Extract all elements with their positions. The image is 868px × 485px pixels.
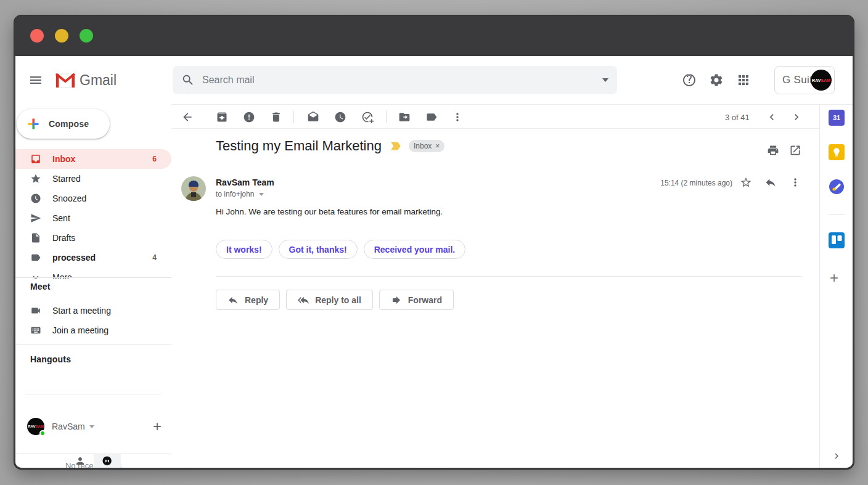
sidebar-item-label: Sent [52,213,70,223]
inbox-label-chip[interactable]: Inbox × [409,140,444,152]
sidebar-divider [15,344,171,344]
email-action-row: Reply Reply to all Forward [216,290,454,310]
search-icon[interactable] [181,73,195,87]
keyboard-icon [30,325,41,336]
email-timestamp: 15:14 (2 minutes ago) [660,179,732,187]
sidebar-item-starred[interactable]: Starred [15,169,171,189]
person-icon [75,455,86,467]
sidebar-item-drafts[interactable]: Drafts [15,228,171,248]
show-details-caret-icon[interactable] [259,193,264,196]
avatar-text-red: SAM [821,78,830,83]
more-options-icon[interactable] [451,111,464,123]
report-spam-icon[interactable] [243,111,255,123]
mark-unread-icon[interactable] [307,111,319,123]
print-icon[interactable] [767,144,779,157]
email-toolbar: 3 of 41 [171,104,821,129]
send-icon [30,213,41,224]
new-conversation-plus-icon[interactable]: + [153,418,162,435]
gmail-logo-icon[interactable] [55,73,76,89]
hide-side-panel-chevron-icon[interactable] [831,450,842,462]
recipient-row[interactable]: to info+john [216,190,264,198]
toolbar-separator [386,111,387,123]
move-to-folder-icon[interactable] [398,111,411,123]
contacts-tab[interactable] [67,454,94,468]
sender-name[interactable]: RavSam Team [216,177,274,187]
zoom-window-button[interactable] [80,29,93,43]
delete-icon[interactable] [270,111,282,123]
inbox-icon [30,153,41,165]
sidebar-item-label: Snoozed [52,194,86,203]
sidebar-item-label: Inbox [52,154,75,164]
compose-button[interactable]: Compose [17,109,110,139]
compose-label: Compose [49,119,89,129]
meet-item-label: Start a meeting [52,306,111,316]
message-more-options-icon[interactable] [789,176,801,189]
important-marker-icon[interactable] [389,139,403,153]
hangouts-account-row[interactable]: RAVSAM RavSam + [27,418,162,435]
help-icon[interactable] [682,73,697,88]
hangouts-divider [25,394,161,394]
minimize-window-button[interactable] [55,29,68,43]
search-input[interactable] [202,75,602,86]
calendar-app-icon[interactable]: 31 [829,110,845,126]
window-titlebar [14,15,854,56]
sidebar-item-processed[interactable]: processed 4 [15,248,171,267]
trello-icon [829,232,845,248]
sidebar-item-label: Starred [52,174,81,184]
archive-icon[interactable] [216,111,228,123]
older-conversation-icon[interactable] [790,111,803,123]
open-in-new-window-icon[interactable] [789,144,801,157]
hangouts-tab[interactable] [94,454,121,468]
toolbar-separator [293,111,294,123]
lightbulb-icon [832,147,841,157]
sidebar-item-inbox[interactable]: Inbox 6 [15,149,171,169]
sidebar-item-label: Drafts [52,233,75,243]
hangouts-section-header: Hangouts [30,354,71,364]
smart-reply-button[interactable]: Received your mail. [364,240,466,259]
reply-all-icon [298,295,309,306]
smart-reply-button[interactable]: It works! [216,240,272,259]
newer-conversation-icon[interactable] [766,111,778,123]
unread-count: 6 [152,155,157,163]
hangouts-account-caret-icon[interactable] [89,425,94,428]
keep-app-icon[interactable] [829,144,845,160]
get-addons-plus-icon[interactable]: + [830,269,838,287]
browser-content: Gmail G Suite RAVSAM [15,56,853,468]
online-status-dot [39,430,46,436]
snooze-icon[interactable] [334,111,346,123]
smart-reply-button[interactable]: Got it, thanks! [279,240,358,259]
add-to-tasks-icon[interactable] [361,111,374,123]
star-message-icon[interactable] [740,176,752,189]
sidebar-item-snoozed[interactable]: Snoozed [15,189,171,208]
tasks-icon [829,179,845,195]
sender-avatar[interactable] [181,176,206,201]
back-to-inbox-icon[interactable] [181,111,194,123]
app-window: Gmail G Suite RAVSAM [14,15,854,470]
avatar-text-white: RAV [812,78,821,83]
gmail-header: Gmail G Suite RAVSAM [15,56,853,104]
join-meeting-item[interactable]: Join a meeting [15,320,171,340]
email-subject: Testing my Email Marketing [216,138,382,154]
google-apps-grid-icon[interactable] [736,73,751,88]
label-tag-icon [30,252,41,263]
reply-icon[interactable] [764,176,777,189]
sidebar-item-sent[interactable]: Sent [15,208,171,228]
reply-icon [227,295,239,306]
label-count: 4 [152,253,157,262]
close-window-button[interactable] [30,29,44,43]
forward-button[interactable]: Forward [379,290,454,310]
settings-gear-icon[interactable] [709,73,724,88]
search-options-icon[interactable] [602,78,608,82]
trello-addon-icon[interactable] [829,232,845,248]
reply-all-button[interactable]: Reply to all [286,290,373,310]
labels-icon[interactable] [425,111,438,123]
forward-icon [391,295,402,306]
account-avatar[interactable]: RAVSAM [811,70,832,91]
side-panel-divider [829,214,845,214]
search-bar[interactable] [173,66,617,94]
remove-label-icon[interactable]: × [435,142,440,150]
tasks-app-icon[interactable] [829,179,845,195]
main-menu-icon[interactable] [28,73,43,88]
reply-button[interactable]: Reply [216,290,280,310]
start-meeting-item[interactable]: Start a meeting [15,301,171,320]
